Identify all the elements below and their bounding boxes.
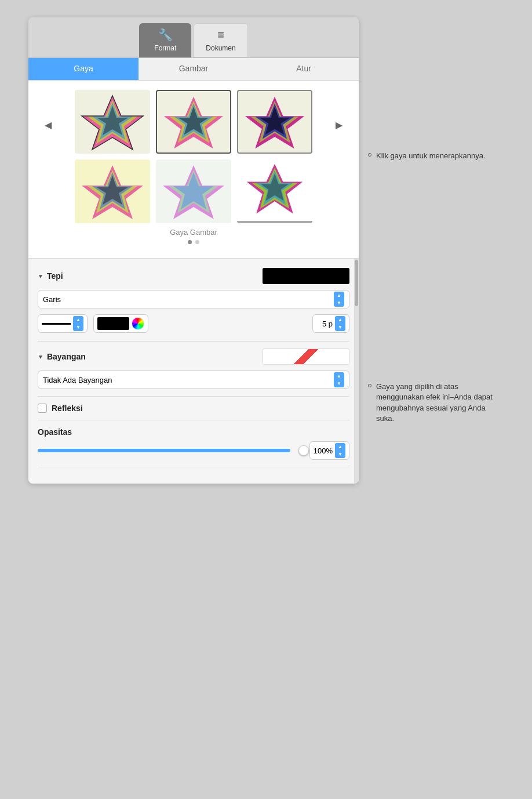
opasitas-title: Opasitas <box>38 427 349 437</box>
style-thumb-3[interactable] <box>237 90 312 154</box>
border-controls-row: ▲ ▼ 5 p ▲ ▼ <box>38 314 349 333</box>
refleksi-checkbox[interactable] <box>38 404 47 413</box>
shadow-preview <box>263 348 349 365</box>
tab-gambar[interactable]: Gambar <box>139 58 249 80</box>
next-arrow[interactable]: ▶ <box>331 117 347 133</box>
dokumen-icon: ≡ <box>217 28 224 42</box>
dokumen-button[interactable]: ≡ Dokumen <box>194 23 247 57</box>
format-button[interactable]: 🔧 Format <box>139 23 191 57</box>
border-preview <box>263 268 349 284</box>
scrollbar[interactable] <box>354 259 359 484</box>
opacity-value: 100% <box>314 446 333 455</box>
tab-gaya[interactable]: Gaya <box>28 58 139 80</box>
line-stepper[interactable]: ▲ ▼ <box>73 316 83 331</box>
stepper-up-5[interactable]: ▲ <box>335 443 345 451</box>
styles-label: Gaya Gambar <box>38 228 349 237</box>
callout-1: Klik gaya untuk menerapkannya. <box>368 151 504 161</box>
tepi-title: ▼ Tepi <box>38 271 63 281</box>
size-stepper[interactable]: ▲ ▼ <box>335 316 345 331</box>
color-wheel-icon[interactable] <box>132 317 144 330</box>
divider-1 <box>38 341 349 342</box>
bayangan-header: ▼ Bayangan <box>38 348 349 365</box>
settings-section: ▼ Tepi Garis ▲ ▼ ▲ <box>28 258 359 484</box>
scrollbar-thumb[interactable] <box>355 260 358 306</box>
bayangan-title: ▼ Bayangan <box>38 352 86 361</box>
callout-2-text: Gaya yang dipilih di atas menggunakan ef… <box>376 382 504 424</box>
tab-bar: Gaya Gambar Atur <box>28 58 359 81</box>
opacity-value-control[interactable]: 100% ▲ ▼ <box>309 441 349 460</box>
dot-2 <box>195 240 199 244</box>
refleksi-row: Refleksi <box>38 404 349 413</box>
border-size-value: 5 p <box>316 319 333 328</box>
stepper-down-4[interactable]: ▼ <box>334 380 344 387</box>
style-thumb-4[interactable] <box>75 159 150 223</box>
line-style-select[interactable]: ▲ ▼ <box>38 314 88 333</box>
style-thumb-2[interactable] <box>156 90 231 154</box>
refleksi-label: Refleksi <box>52 404 83 413</box>
stepper-up-4[interactable]: ▲ <box>334 372 344 380</box>
page-dots <box>38 240 349 244</box>
callout-1-dot <box>368 153 371 157</box>
opacity-slider-fill <box>38 449 290 452</box>
stepper-down[interactable]: ▼ <box>334 299 344 307</box>
callout-2: Gaya yang dipilih di atas menggunakan ef… <box>368 382 504 424</box>
color-swatch <box>97 317 129 330</box>
border-type-select[interactable]: Garis ▲ ▼ <box>38 290 349 308</box>
opacity-stepper[interactable]: ▲ ▼ <box>335 443 345 458</box>
nav-row: ◀ <box>38 90 349 159</box>
line-indicator <box>42 323 71 325</box>
stepper-down-5[interactable]: ▼ <box>335 451 345 458</box>
stepper-down-2[interactable]: ▼ <box>73 324 83 331</box>
shadow-type-row: Tidak Ada Bayangan ▲ ▼ <box>38 371 349 389</box>
border-size-control[interactable]: 5 p ▲ ▼ <box>312 314 349 333</box>
tab-atur[interactable]: Atur <box>249 58 359 80</box>
stepper-up-3[interactable]: ▲ <box>335 316 345 324</box>
border-type-stepper[interactable]: ▲ ▼ <box>334 292 344 307</box>
stepper-down-3[interactable]: ▼ <box>335 324 345 331</box>
callout-2-connector <box>368 384 371 387</box>
color-picker[interactable] <box>93 314 148 333</box>
format-label: Format <box>154 44 176 52</box>
border-type-row: Garis ▲ ▼ <box>38 290 349 308</box>
dokumen-label: Dokumen <box>206 44 235 52</box>
divider-4 <box>38 467 349 467</box>
annotations-column: Klik gaya untuk menerapkannya. Gaya yang… <box>368 17 504 424</box>
opacity-slider-thumb[interactable] <box>298 445 309 456</box>
callout-1-text: Klik gaya untuk menerapkannya. <box>376 151 486 161</box>
shadow-stepper[interactable]: ▲ ▼ <box>334 372 344 387</box>
format-icon: 🔧 <box>158 28 173 42</box>
style-thumb-5[interactable] <box>156 159 231 223</box>
shadow-type-select[interactable]: Tidak Ada Bayangan ▲ ▼ <box>38 371 349 389</box>
dot-1 <box>188 240 192 244</box>
style-thumb-6[interactable] <box>237 159 312 223</box>
stepper-up[interactable]: ▲ <box>334 292 344 299</box>
toolbar: 🔧 Format ≡ Dokumen <box>28 17 359 58</box>
opacity-slider-track[interactable] <box>38 449 304 452</box>
callout-1-connector <box>368 153 371 157</box>
callout-2-dot <box>368 384 371 387</box>
prev-arrow[interactable]: ◀ <box>40 117 56 133</box>
bayangan-triangle: ▼ <box>38 354 43 360</box>
image-grid-row1 <box>75 90 312 154</box>
divider-3 <box>38 420 349 420</box>
style-thumb-1[interactable] <box>75 90 150 154</box>
tepi-header: ▼ Tepi <box>38 268 349 284</box>
image-grid-row2 <box>38 159 349 223</box>
opasitas-row: 100% ▲ ▼ <box>38 441 349 460</box>
tepi-triangle: ▼ <box>38 273 43 279</box>
stepper-up-2[interactable]: ▲ <box>73 316 83 324</box>
styles-section: ◀ <box>28 81 359 258</box>
divider-2 <box>38 396 349 397</box>
